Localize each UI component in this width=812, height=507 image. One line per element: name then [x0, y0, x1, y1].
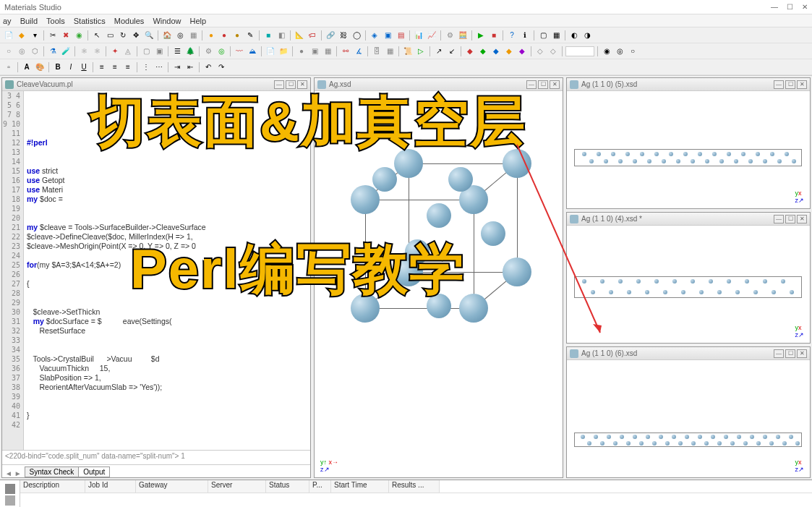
col-starttime[interactable]: Start Time	[331, 480, 389, 493]
panel-close-button[interactable]: ✕	[297, 80, 307, 89]
panel-min-button[interactable]: —	[774, 80, 784, 89]
extra2-icon[interactable]: ◑	[581, 30, 593, 41]
m2-icon[interactable]: ◆	[477, 46, 489, 57]
box2-icon[interactable]: ▣	[153, 46, 165, 57]
link-icon[interactable]: 🔗	[325, 30, 336, 41]
col-description[interactable]: Description	[20, 480, 85, 493]
bold-icon[interactable]: B	[52, 61, 64, 73]
col-results[interactable]: Results ...	[389, 480, 440, 493]
table-icon[interactable]: ▦	[384, 46, 396, 57]
menu-item[interactable]: Tools	[46, 17, 65, 25]
module-icon[interactable]: ⚙	[444, 30, 456, 41]
undo-icon[interactable]: ↶	[202, 61, 214, 73]
panel-max-button[interactable]: ☐	[538, 80, 548, 89]
menu-item[interactable]: Modules	[114, 17, 145, 25]
col-server[interactable]: Server	[208, 480, 266, 493]
job-grid[interactable]: Description Job Id Gateway Server Status…	[20, 480, 812, 507]
panel-close-button[interactable]: ✕	[797, 215, 807, 223]
new-icon[interactable]: 📄	[3, 30, 14, 41]
stop-icon[interactable]: ■	[488, 30, 500, 41]
menu-item[interactable]: Build	[20, 17, 38, 25]
code-text[interactable]: #!perl use strict use Getopt use Materi …	[24, 91, 310, 450]
panel-max-button[interactable]: ☐	[785, 215, 795, 223]
style-select[interactable]	[565, 46, 594, 56]
diff-icon[interactable]: ◬	[122, 46, 134, 57]
bullet-icon[interactable]: ⋮	[140, 61, 152, 73]
menu-item[interactable]: Help	[190, 17, 207, 25]
calc-icon[interactable]: 🧮	[457, 30, 469, 41]
m4-icon[interactable]: ◆	[503, 46, 515, 57]
panel-close-button[interactable]: ✕	[797, 349, 807, 358]
panel-max-button[interactable]: ☐	[785, 349, 795, 358]
help-icon[interactable]: ?	[506, 30, 518, 41]
atom-icon[interactable]: ●	[205, 30, 217, 41]
folder-icon[interactable]: 📁	[278, 46, 289, 57]
panel-close-button[interactable]: ✕	[550, 80, 560, 89]
wave-icon[interactable]: 〰	[234, 46, 245, 57]
menu-item[interactable]: Statistics	[74, 17, 106, 25]
number-icon[interactable]: ⋯	[153, 61, 165, 73]
zoom-icon[interactable]: 🔍	[143, 30, 155, 41]
wire-icon[interactable]: ▦	[322, 46, 333, 57]
redo-icon[interactable]: ↷	[215, 61, 227, 73]
target-icon[interactable]: ◎	[215, 46, 227, 57]
side2-header[interactable]: Ag (1 1 0) (4).xsd * — ☐ ✕	[567, 213, 810, 226]
col-p[interactable]: P...	[309, 480, 331, 493]
rotate-icon[interactable]: ↻	[117, 30, 129, 41]
grid-icon[interactable]: ▦	[187, 30, 199, 41]
panel-min-button[interactable]: —	[774, 349, 784, 358]
home-icon[interactable]: 🏠	[161, 30, 173, 41]
doc-icon[interactable]: 📄	[265, 46, 276, 57]
extra1-icon[interactable]: ◐	[568, 30, 580, 41]
tile-icon[interactable]: ▦	[550, 30, 562, 41]
tab-output[interactable]: Output	[78, 466, 110, 477]
label-icon[interactable]: 🏷	[307, 30, 318, 41]
gear-icon[interactable]: ⚙	[202, 46, 214, 57]
align-r-icon[interactable]: ≡	[122, 61, 134, 73]
window-icon[interactable]: ▢	[537, 30, 549, 41]
circle1-icon[interactable]: ○	[3, 46, 14, 57]
export-icon[interactable]: ↗	[433, 46, 445, 57]
play-icon[interactable]: ▶	[475, 30, 487, 41]
paste-icon[interactable]: ◉	[73, 30, 85, 41]
panel-min-button[interactable]: —	[774, 215, 784, 223]
db-icon[interactable]: 🗄	[371, 46, 383, 57]
code-body[interactable]: 3 4 5 6 7 8 9 10 11 12 13 14 15 16 17 18…	[2, 91, 310, 450]
col-gateway[interactable]: Gateway	[136, 480, 208, 493]
open-icon[interactable]: ◆	[16, 30, 27, 41]
edit-icon[interactable]: ✎	[244, 30, 256, 41]
3d-viewport[interactable]: y↑ x→z↗	[315, 91, 563, 477]
font-icon[interactable]: A	[21, 61, 33, 73]
measure-icon[interactable]: 📐	[294, 30, 305, 41]
panel-min-button[interactable]: —	[526, 80, 537, 89]
script-icon[interactable]: 📜	[402, 46, 414, 57]
side1-header[interactable]: Ag (1 1 0) (5).xsd — ☐ ✕	[567, 78, 810, 91]
xray-icon[interactable]: ✦	[109, 46, 121, 57]
tab-syntax[interactable]: Syntax Check	[25, 466, 80, 477]
mol1-icon[interactable]: ⚛	[78, 46, 90, 57]
surface-icon[interactable]: ▤	[395, 30, 406, 41]
col-status[interactable]: Status	[266, 480, 309, 493]
menu-item[interactable]: Window	[153, 17, 181, 25]
align-c-icon[interactable]: ≡	[109, 61, 121, 73]
sphere-icon[interactable]: ●	[296, 46, 307, 57]
outdent-icon[interactable]: ⇤	[184, 61, 196, 73]
cube-icon[interactable]: ▣	[309, 46, 320, 57]
dropdown-icon[interactable]: ▾	[29, 30, 40, 41]
box1-icon[interactable]: ▢	[140, 46, 152, 57]
col-jobid[interactable]: Job Id	[85, 480, 136, 493]
cut-icon[interactable]: ✂	[47, 30, 59, 41]
slab-view-1[interactable]: yxz↗	[567, 91, 810, 208]
m5-icon[interactable]: ◆	[516, 46, 528, 57]
vis3-icon[interactable]: ○	[627, 46, 638, 57]
align-l-icon[interactable]: ≡	[96, 61, 108, 73]
mol2-icon[interactable]: ⚛	[91, 46, 103, 57]
indent-icon[interactable]: ⇥	[171, 61, 183, 73]
panel-max-button[interactable]: ☐	[286, 80, 296, 89]
bond2-icon[interactable]: ⚯	[340, 46, 351, 57]
cell-icon[interactable]: ▣	[382, 30, 393, 41]
job-tab[interactable]	[0, 480, 20, 508]
build-icon[interactable]: ●	[231, 30, 243, 41]
circle2-icon[interactable]: ◎	[16, 46, 27, 57]
code-panel-header[interactable]: CleaveVacuum.pl — ☐ ✕	[2, 78, 310, 91]
